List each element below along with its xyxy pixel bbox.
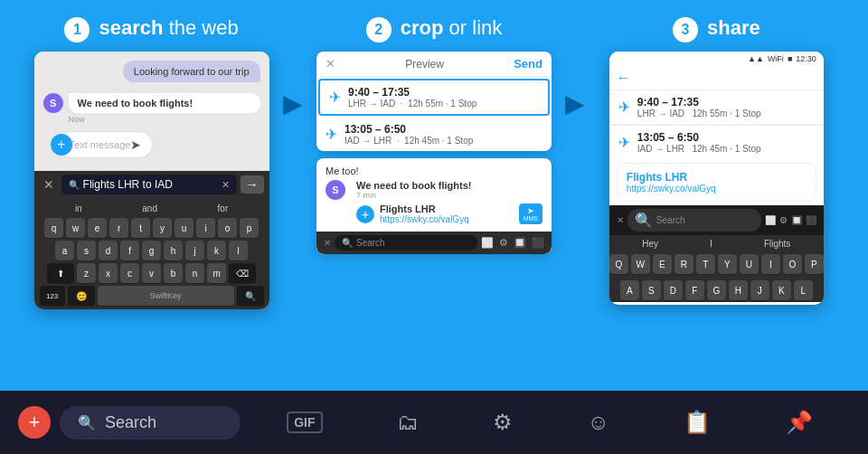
key-b[interactable]: b <box>164 263 183 283</box>
quick-text-1[interactable]: Hey <box>642 239 658 249</box>
key-backspace[interactable]: ⌫ <box>229 263 256 283</box>
search-input-container[interactable]: 🔍 Flights LHR to IAD ✕ <box>61 175 237 194</box>
close-icon[interactable]: ✕ <box>40 177 58 192</box>
add-button[interactable]: + <box>18 406 51 439</box>
key-e[interactable]: e <box>88 218 107 238</box>
key-w[interactable]: w <box>66 218 85 238</box>
close-icon-3[interactable]: ✕ <box>617 215 624 225</box>
back-button[interactable]: ← <box>617 70 631 86</box>
close-icon-2[interactable]: ✕ <box>324 238 331 248</box>
flight-info-p3-1: 9:40 – 17:35 LHR → IAD 12h 55m · 1 Stop <box>637 96 815 118</box>
toolbar-icon-4[interactable]: ⬛ <box>532 237 544 249</box>
key-R[interactable]: R <box>675 254 693 274</box>
key-D2[interactable]: D <box>664 280 683 300</box>
key-O[interactable]: O <box>783 254 802 274</box>
key-emoji[interactable]: 😊 <box>68 286 95 306</box>
clipboard-button[interactable]: 📋 <box>684 410 711 435</box>
key-123[interactable]: 123 <box>40 286 65 306</box>
key-I[interactable]: I <box>761 254 780 274</box>
key-Y[interactable]: Y <box>718 254 737 274</box>
key-n[interactable]: n <box>185 263 204 283</box>
quick-text-2[interactable]: I <box>710 239 712 249</box>
share-link-url[interactable]: https://swky.co/valGyq <box>380 214 514 224</box>
sticker-button[interactable]: 🗂 <box>397 410 419 435</box>
search-bar-3[interactable]: 🔍 Search <box>627 209 761 232</box>
key-Q[interactable]: Q <box>609 254 628 274</box>
key-z[interactable]: z <box>77 263 96 283</box>
key-r[interactable]: r <box>109 218 128 238</box>
add-message-2[interactable]: + <box>356 205 374 223</box>
key-a[interactable]: a <box>55 241 74 260</box>
key-t[interactable]: t <box>131 218 150 238</box>
key-h[interactable]: h <box>164 241 183 260</box>
key-f[interactable]: f <box>120 241 139 260</box>
key-y[interactable]: y <box>153 218 172 238</box>
key-search[interactable]: 🔍 <box>237 286 264 306</box>
toolbar-3-3[interactable]: 🔲 <box>791 215 802 225</box>
preview-close-icon[interactable]: ✕ <box>326 57 335 71</box>
key-J2[interactable]: J <box>750 280 769 300</box>
share-link-href[interactable]: https://swky.co/valGyq <box>627 184 807 194</box>
toolbar-icon-2[interactable]: ⚙ <box>499 237 508 249</box>
key-k[interactable]: k <box>207 241 226 260</box>
search-bar-1: ✕ 🔍 Flights LHR to IAD ✕ → <box>34 171 269 198</box>
key-L2[interactable]: L <box>794 280 813 300</box>
key-j[interactable]: j <box>185 241 204 260</box>
key-K2[interactable]: K <box>772 280 791 300</box>
key-T[interactable]: T <box>696 254 715 274</box>
key-s[interactable]: s <box>77 241 96 260</box>
add-message-button[interactable]: + <box>51 134 72 156</box>
key-H2[interactable]: H <box>729 280 748 300</box>
key-p[interactable]: p <box>240 218 259 238</box>
key-W[interactable]: W <box>631 254 650 274</box>
clipboard-icon: 📋 <box>684 410 711 435</box>
key-v[interactable]: v <box>142 263 161 283</box>
key-P[interactable]: P <box>805 254 824 274</box>
clear-icon[interactable]: ✕ <box>222 179 230 191</box>
airline-logo-1: ✈ <box>329 89 341 106</box>
toolbar-icon-3[interactable]: 🔲 <box>514 237 526 249</box>
mms-button[interactable]: ➤ MMS <box>519 203 542 224</box>
key-space[interactable]: SwiftKey <box>98 286 234 306</box>
key-d[interactable]: d <box>99 241 118 260</box>
panel2-title: 2 crop or link <box>366 16 503 43</box>
keyboard-row-p3-1: Q W E R T Y U I O P <box>609 252 824 276</box>
key-c[interactable]: c <box>120 263 139 283</box>
key-G2[interactable]: G <box>707 280 726 300</box>
key-m[interactable]: m <box>207 263 226 283</box>
flight-route-p3-1: LHR → IAD 12h 55m · 1 Stop <box>637 109 815 118</box>
toolbar-3-4[interactable]: ⬛ <box>806 215 816 225</box>
search-pill[interactable]: 🔍 Search <box>335 235 477 251</box>
key-q[interactable]: q <box>44 218 63 238</box>
pin-button[interactable]: 📌 <box>786 410 813 435</box>
sms-icon: ➤ <box>130 137 141 152</box>
flight-row-p3-1[interactable]: ✈ 9:40 – 17:35 LHR → IAD 12h 55m · 1 Sto… <box>609 90 824 125</box>
key-U[interactable]: U <box>740 254 759 274</box>
toolbar-icon-1[interactable]: ⬜ <box>481 237 494 249</box>
key-S2[interactable]: S <box>642 280 661 300</box>
go-button[interactable]: → <box>241 175 264 194</box>
flight-row-1[interactable]: ✈ 9:40 – 17:35 LHR → IAD · 12h 55m · 1 S… <box>318 79 550 116</box>
emoji-button[interactable]: ☺ <box>588 410 610 435</box>
status-bar: ▲▲ WiFi ■ 12:30 <box>609 52 824 66</box>
preview-send-button[interactable]: Send <box>514 57 542 71</box>
key-i[interactable]: i <box>196 218 215 238</box>
sticker-icon: 🗂 <box>397 410 419 435</box>
key-l[interactable]: l <box>229 241 248 260</box>
settings-button[interactable]: ⚙ <box>493 410 513 435</box>
search-box[interactable]: 🔍 Search <box>60 406 241 440</box>
key-g[interactable]: g <box>142 241 161 260</box>
flight-row-2[interactable]: ✈ 13:05 – 6:50 IAD → LHR · 12h 45m · 1 S… <box>316 118 552 151</box>
toolbar-3-1[interactable]: ⬜ <box>765 215 776 225</box>
key-x[interactable]: x <box>99 263 118 283</box>
key-o[interactable]: o <box>218 218 237 238</box>
quick-text-3[interactable]: Flights <box>764 239 790 249</box>
toolbar-3-2[interactable]: ⚙ <box>779 215 788 225</box>
key-A2[interactable]: A <box>620 280 639 300</box>
gif-button[interactable]: GIF <box>287 411 322 433</box>
key-F2[interactable]: F <box>685 280 704 300</box>
key-shift[interactable]: ⬆ <box>47 263 74 283</box>
flight-row-p3-2[interactable]: ✈ 13:05 – 6:50 IAD → LHR 12h 45m · 1 Sto… <box>609 125 824 159</box>
key-u[interactable]: u <box>175 218 193 238</box>
key-E[interactable]: E <box>653 254 672 274</box>
